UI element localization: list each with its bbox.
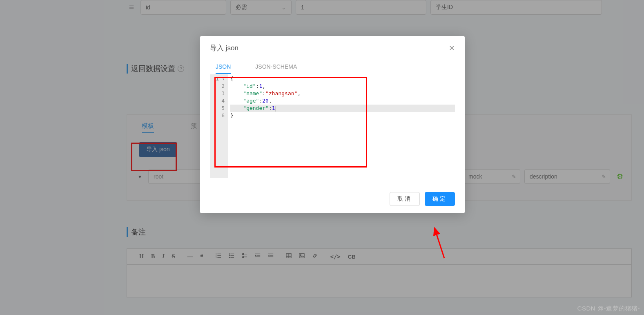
- ok-button[interactable]: 确定: [425, 192, 455, 206]
- tab-json[interactable]: JSON: [216, 60, 231, 74]
- json-tabs: JSON JSON-SCHEMA: [210, 60, 455, 74]
- import-json-modal: 导入 json ✕ JSON JSON-SCHEMA 1 ▾ 2 3 4 5 6…: [200, 36, 465, 213]
- code-editor[interactable]: 1 ▾ 2 3 4 5 6 { "id":1, "name":"zhangsan…: [210, 74, 455, 178]
- cancel-button[interactable]: 取消: [390, 192, 420, 206]
- modal-title: 导入 json: [210, 43, 238, 53]
- close-icon[interactable]: ✕: [449, 44, 455, 53]
- text-cursor: [276, 106, 276, 112]
- code-lines[interactable]: { "id":1, "name":"zhangsan", "age":20, "…: [228, 74, 455, 178]
- gutter: 1 ▾ 2 3 4 5 6: [210, 74, 228, 178]
- modal-header: 导入 json ✕: [200, 36, 465, 60]
- watermark: CSDN @-追梦的猪猪-: [577, 305, 640, 313]
- tab-json-schema[interactable]: JSON-SCHEMA: [255, 60, 297, 74]
- modal-footer: 取消 确定: [200, 186, 465, 213]
